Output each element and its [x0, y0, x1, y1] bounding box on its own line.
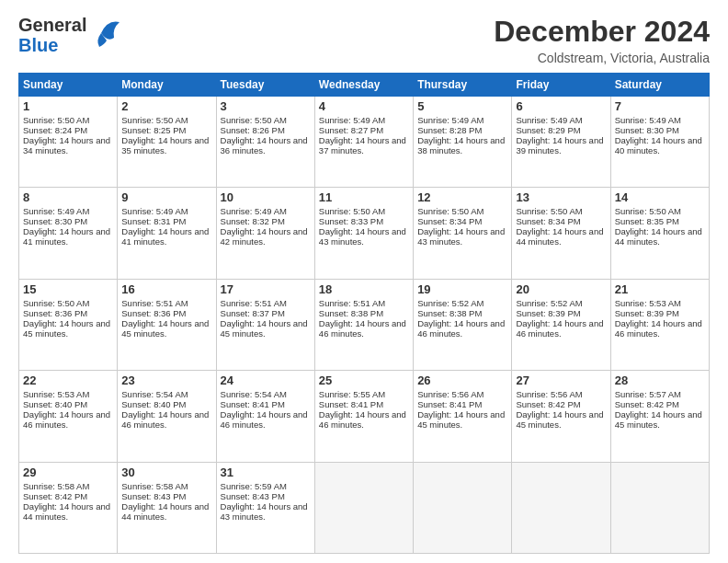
day-number: 8 [23, 190, 113, 204]
sunset-text: Sunset: 8:30 PM [615, 125, 679, 135]
day-number: 29 [23, 465, 113, 479]
daylight-text: Daylight: 14 hours and 43 minutes. [319, 226, 406, 247]
sunset-text: Sunset: 8:42 PM [615, 399, 679, 409]
sunrise-text: Sunrise: 5:51 AM [319, 298, 385, 308]
daylight-text: Daylight: 14 hours and 45 minutes. [23, 318, 110, 339]
day-number: 27 [516, 373, 606, 387]
calendar-cell: 26Sunrise: 5:56 AMSunset: 8:41 PMDayligh… [414, 371, 512, 462]
sunset-text: Sunset: 8:41 PM [417, 399, 482, 409]
calendar-cell: 29Sunrise: 5:58 AMSunset: 8:42 PMDayligh… [19, 462, 118, 553]
calendar-cell: 28Sunrise: 5:57 AMSunset: 8:42 PMDayligh… [610, 371, 709, 462]
day-number: 21 [615, 282, 705, 296]
sunrise-text: Sunrise: 5:52 AM [417, 298, 483, 308]
sunset-text: Sunset: 8:39 PM [516, 308, 580, 318]
sunset-text: Sunset: 8:35 PM [615, 216, 679, 226]
daylight-text: Daylight: 14 hours and 37 minutes. [319, 135, 406, 155]
sunrise-text: Sunrise: 5:49 AM [221, 206, 287, 216]
col-header-wednesday: Wednesday [314, 74, 413, 97]
day-number: 28 [615, 373, 705, 387]
sunrise-text: Sunrise: 5:58 AM [23, 481, 89, 491]
calendar-cell: 6Sunrise: 5:49 AMSunset: 8:29 PMDaylight… [512, 97, 610, 188]
day-number: 3 [221, 99, 311, 113]
sunset-text: Sunset: 8:24 PM [23, 125, 87, 135]
sunrise-text: Sunrise: 5:59 AM [221, 481, 287, 491]
day-number: 16 [121, 282, 211, 296]
sunset-text: Sunset: 8:32 PM [221, 216, 285, 226]
daylight-text: Daylight: 14 hours and 43 minutes. [417, 226, 505, 247]
daylight-text: Daylight: 14 hours and 45 minutes. [221, 318, 308, 339]
daylight-text: Daylight: 14 hours and 39 minutes. [516, 135, 603, 155]
sunset-text: Sunset: 8:38 PM [417, 308, 482, 318]
calendar-cell: 8Sunrise: 5:49 AMSunset: 8:30 PMDaylight… [19, 188, 118, 279]
col-header-friday: Friday [512, 74, 610, 97]
day-number: 20 [516, 282, 606, 296]
calendar-cell [610, 462, 709, 553]
daylight-text: Daylight: 14 hours and 38 minutes. [417, 135, 505, 155]
sunset-text: Sunset: 8:27 PM [319, 125, 383, 135]
header: General Blue December 2024 Coldstream, V… [18, 15, 710, 65]
sunrise-text: Sunrise: 5:49 AM [516, 115, 582, 125]
sunset-text: Sunset: 8:30 PM [23, 216, 87, 226]
col-header-thursday: Thursday [414, 74, 512, 97]
daylight-text: Daylight: 14 hours and 35 minutes. [121, 135, 209, 155]
daylight-text: Daylight: 14 hours and 41 minutes. [23, 226, 110, 247]
sunrise-text: Sunrise: 5:50 AM [615, 206, 681, 216]
sunrise-text: Sunrise: 5:49 AM [319, 115, 385, 125]
sunrise-text: Sunrise: 5:49 AM [417, 115, 483, 125]
sunrise-text: Sunrise: 5:56 AM [516, 389, 582, 399]
sunrise-text: Sunrise: 5:49 AM [615, 115, 681, 125]
day-number: 24 [221, 373, 311, 387]
logo-blue: Blue [18, 35, 86, 55]
calendar-cell: 22Sunrise: 5:53 AMSunset: 8:40 PMDayligh… [19, 371, 118, 462]
calendar-cell: 24Sunrise: 5:54 AMSunset: 8:41 PMDayligh… [216, 371, 314, 462]
calendar-cell: 20Sunrise: 5:52 AMSunset: 8:39 PMDayligh… [512, 279, 610, 370]
sunrise-text: Sunrise: 5:53 AM [615, 298, 681, 308]
daylight-text: Daylight: 14 hours and 45 minutes. [615, 409, 702, 430]
sunrise-text: Sunrise: 5:54 AM [221, 389, 287, 399]
day-number: 31 [221, 465, 311, 479]
sunset-text: Sunset: 8:39 PM [615, 308, 679, 318]
daylight-text: Daylight: 14 hours and 46 minutes. [221, 409, 308, 430]
sunrise-text: Sunrise: 5:49 AM [23, 206, 89, 216]
calendar-cell: 21Sunrise: 5:53 AMSunset: 8:39 PMDayligh… [610, 279, 709, 370]
calendar-cell: 9Sunrise: 5:49 AMSunset: 8:31 PMDaylight… [118, 188, 216, 279]
calendar-cell: 23Sunrise: 5:54 AMSunset: 8:40 PMDayligh… [118, 371, 216, 462]
month-title: December 2024 [494, 15, 710, 49]
sunrise-text: Sunrise: 5:53 AM [23, 389, 89, 399]
page: General Blue December 2024 Coldstream, V… [0, 0, 728, 563]
sunset-text: Sunset: 8:40 PM [23, 399, 87, 409]
day-number: 11 [319, 190, 409, 204]
day-number: 10 [221, 190, 311, 204]
sunrise-text: Sunrise: 5:50 AM [319, 206, 385, 216]
daylight-text: Daylight: 14 hours and 44 minutes. [23, 501, 110, 522]
sunrise-text: Sunrise: 5:54 AM [121, 389, 188, 399]
calendar-cell: 7Sunrise: 5:49 AMSunset: 8:30 PMDaylight… [610, 97, 709, 188]
calendar-cell [414, 462, 512, 553]
day-number: 15 [23, 282, 113, 296]
daylight-text: Daylight: 14 hours and 46 minutes. [319, 409, 406, 430]
calendar-cell: 14Sunrise: 5:50 AMSunset: 8:35 PMDayligh… [610, 188, 709, 279]
day-number: 13 [516, 190, 606, 204]
daylight-text: Daylight: 14 hours and 46 minutes. [417, 318, 505, 339]
sunrise-text: Sunrise: 5:51 AM [221, 298, 287, 308]
calendar-cell [314, 462, 413, 553]
calendar-cell: 19Sunrise: 5:52 AMSunset: 8:38 PMDayligh… [414, 279, 512, 370]
sunrise-text: Sunrise: 5:57 AM [615, 389, 681, 399]
day-number: 30 [121, 465, 211, 479]
daylight-text: Daylight: 14 hours and 45 minutes. [121, 318, 209, 339]
calendar-table: SundayMondayTuesdayWednesdayThursdayFrid… [18, 73, 710, 554]
calendar-cell: 10Sunrise: 5:49 AMSunset: 8:32 PMDayligh… [216, 188, 314, 279]
daylight-text: Daylight: 14 hours and 46 minutes. [615, 318, 702, 339]
daylight-text: Daylight: 14 hours and 46 minutes. [319, 318, 406, 339]
day-number: 9 [121, 190, 211, 204]
sunrise-text: Sunrise: 5:50 AM [121, 115, 188, 125]
calendar-cell: 31Sunrise: 5:59 AMSunset: 8:43 PMDayligh… [216, 462, 314, 553]
calendar-cell [512, 462, 610, 553]
logo-bird-icon [94, 15, 121, 52]
calendar-cell: 5Sunrise: 5:49 AMSunset: 8:28 PMDaylight… [414, 97, 512, 188]
calendar-cell: 15Sunrise: 5:50 AMSunset: 8:36 PMDayligh… [19, 279, 118, 370]
calendar-cell: 11Sunrise: 5:50 AMSunset: 8:33 PMDayligh… [314, 188, 413, 279]
calendar-cell: 30Sunrise: 5:58 AMSunset: 8:43 PMDayligh… [118, 462, 216, 553]
col-header-monday: Monday [118, 74, 216, 97]
title-area: December 2024 Coldstream, Victoria, Aust… [494, 15, 710, 65]
